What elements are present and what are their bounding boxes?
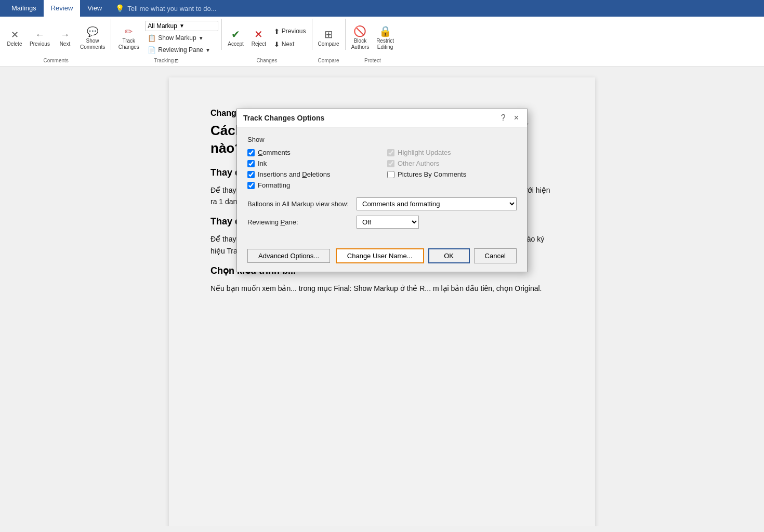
divider-2 xyxy=(221,19,222,50)
tell-me-input[interactable] xyxy=(127,5,283,12)
highlight-updates-label: Highlight Updates xyxy=(398,149,451,156)
highlight-updates-checkbox xyxy=(387,149,394,156)
compare-group-label: Compare xyxy=(315,57,342,64)
formatting-checkbox-row: Formatting xyxy=(247,181,377,189)
tracking-group-label: Tracking xyxy=(154,57,174,64)
lightbulb-icon: 💡 xyxy=(115,4,124,12)
next-comment-label: Next xyxy=(60,41,71,47)
reviewing-pane-chevron: ▼ xyxy=(205,47,210,53)
formatting-checkbox[interactable] xyxy=(247,182,255,189)
ink-checkbox-row: Ink xyxy=(247,159,377,167)
dialog-body: Show Comments Highlight Updates xyxy=(237,127,527,242)
reviewing-pane-label: Reviewing Pane xyxy=(158,46,203,54)
balloons-label: Balloons in All Markup view show: xyxy=(247,200,351,208)
dialog-titlebar: Track Changes Options ? × xyxy=(237,109,527,127)
cancel-button[interactable]: Cancel xyxy=(474,248,517,263)
show-markup-label: Show Markup xyxy=(158,34,196,42)
ink-checkbox[interactable] xyxy=(247,160,255,167)
track-changes-button[interactable]: Track Changes xyxy=(114,24,143,52)
document-area: Changes. Cách sử dụng Track Changes tron… xyxy=(0,67,764,526)
accept-label: Accept xyxy=(228,41,244,47)
dialog-titlebar-buttons: ? × xyxy=(499,113,521,123)
reject-button[interactable]: Reject xyxy=(248,27,269,49)
reject-label: Reject xyxy=(252,41,266,47)
dialog-close-button[interactable]: × xyxy=(512,113,521,123)
divider-3 xyxy=(312,19,312,50)
change-user-name-button[interactable]: Change User Name... xyxy=(336,248,424,263)
insertions-deletions-checkbox-row: Insertions and Deletions xyxy=(247,170,377,178)
delete-label: Delete xyxy=(7,41,22,47)
track-changes-label: Track Changes xyxy=(118,38,139,50)
all-markup-dropdown[interactable]: All Markup ▼ xyxy=(145,21,218,31)
show-comments-button[interactable]: Show Comments xyxy=(77,24,108,52)
protect-group-label: Protect xyxy=(349,57,397,64)
balloons-field-row: Balloons in All Markup view show: Commen… xyxy=(247,197,517,210)
insertions-deletions-label: Insertions and Deletions xyxy=(258,170,330,178)
divider-4 xyxy=(345,19,346,50)
ok-button[interactable]: OK xyxy=(428,248,470,263)
compare-group: Compare Compare xyxy=(315,19,342,64)
document-page: Changes. Cách sử dụng Track Changes tron… xyxy=(169,77,595,526)
accept-button[interactable]: Accept xyxy=(225,27,246,49)
comments-checkbox[interactable] xyxy=(247,149,255,156)
reviewing-pane-dropdown[interactable]: Off Vertical Horizontal xyxy=(357,216,419,229)
next-arrow-icon xyxy=(60,29,70,40)
previous-comment-button[interactable]: Previous xyxy=(27,27,52,49)
show-comments-label: Show Comments xyxy=(80,38,105,50)
balloons-dropdown[interactable]: Comments and formatting All revisions in… xyxy=(357,197,517,210)
protect-group: Block Authors Restrict Editing Protect xyxy=(349,19,397,64)
comments-checkbox-label: Comments xyxy=(258,149,291,156)
dialog-help-button[interactable]: ? xyxy=(499,113,508,123)
dialog-overlay: Track Changes Options ? × Show Comments xyxy=(169,77,595,526)
insertions-deletions-checkbox[interactable] xyxy=(247,171,255,178)
reviewing-pane-field-row: Reviewing Pane: Off Vertical Horizontal xyxy=(247,216,517,229)
block-authors-icon xyxy=(353,25,366,37)
prev-change-icon: ⬆ xyxy=(274,28,280,35)
block-authors-label: Block Authors xyxy=(351,38,369,50)
restrict-editing-button[interactable]: Restrict Editing xyxy=(374,24,397,52)
other-authors-checkbox xyxy=(387,160,394,167)
tell-me-bar: 💡 xyxy=(109,2,764,15)
pictures-by-comments-checkbox[interactable] xyxy=(387,171,394,178)
show-markup-chevron: ▼ xyxy=(199,35,204,41)
tab-review[interactable]: Review xyxy=(44,0,81,17)
compare-icon xyxy=(324,29,333,40)
compare-button[interactable]: Compare xyxy=(315,27,342,49)
next-change-button[interactable]: ⬇ Next xyxy=(271,39,309,49)
comments-group: Delete Previous Next Show Comments Comme… xyxy=(4,19,108,64)
next-change-label: Next xyxy=(282,41,295,48)
next-comment-button[interactable]: Next xyxy=(55,27,75,49)
changes-group-label: Changes xyxy=(225,57,308,64)
tab-view[interactable]: View xyxy=(80,0,109,17)
prev-arrow-icon xyxy=(35,29,44,40)
ribbon-toolbar: Delete Previous Next Show Comments Comme… xyxy=(0,17,764,67)
pictures-by-comments-checkbox-row: Pictures By Comments xyxy=(387,170,517,178)
changes-group: Accept Reject ⬆ Previous ⬇ Next xyxy=(225,19,308,64)
formatting-checkbox-label: Formatting xyxy=(258,181,290,189)
other-authors-label: Other Authors xyxy=(398,159,439,167)
delete-button[interactable]: Delete xyxy=(4,27,25,49)
footer-right: Change User Name... OK Cancel xyxy=(336,248,517,263)
dialog-footer: Advanced Options... Change User Name... … xyxy=(237,242,527,272)
ink-checkbox-label: Ink xyxy=(258,159,267,167)
highlight-updates-checkbox-row: Highlight Updates xyxy=(387,149,517,156)
next-change-icon: ⬇ xyxy=(274,41,280,48)
block-authors-button[interactable]: Block Authors xyxy=(349,24,372,52)
previous-change-button[interactable]: ⬆ Previous xyxy=(271,26,309,36)
reject-icon xyxy=(254,29,263,40)
tab-mailings[interactable]: Mailings xyxy=(4,0,44,17)
tab-bar: Mailings Review View xyxy=(0,0,109,17)
all-markup-chevron: ▼ xyxy=(179,23,185,29)
restrict-editing-label: Restrict Editing xyxy=(376,38,394,50)
show-markup-button[interactable]: 📋 Show Markup ▼ xyxy=(145,33,218,43)
advanced-options-button[interactable]: Advanced Options... xyxy=(247,249,330,263)
tracking-expand-icon[interactable]: ⊡ xyxy=(175,58,179,63)
reviewing-pane-button[interactable]: 📄 Reviewing Pane ▼ xyxy=(145,45,218,55)
tracking-group: Track Changes All Markup ▼ 📋 Show Markup… xyxy=(114,19,218,64)
comments-group-label: Comments xyxy=(4,57,108,64)
reviewing-pane-field-label: Reviewing Pane: xyxy=(247,218,351,226)
ribbon-container: Mailings Review View 💡 Delete Previous xyxy=(0,0,764,67)
pictures-by-comments-label: Pictures By Comments xyxy=(398,170,466,178)
compare-label: Compare xyxy=(318,41,339,47)
show-checkboxes: Comments Highlight Updates Ink xyxy=(247,149,517,189)
